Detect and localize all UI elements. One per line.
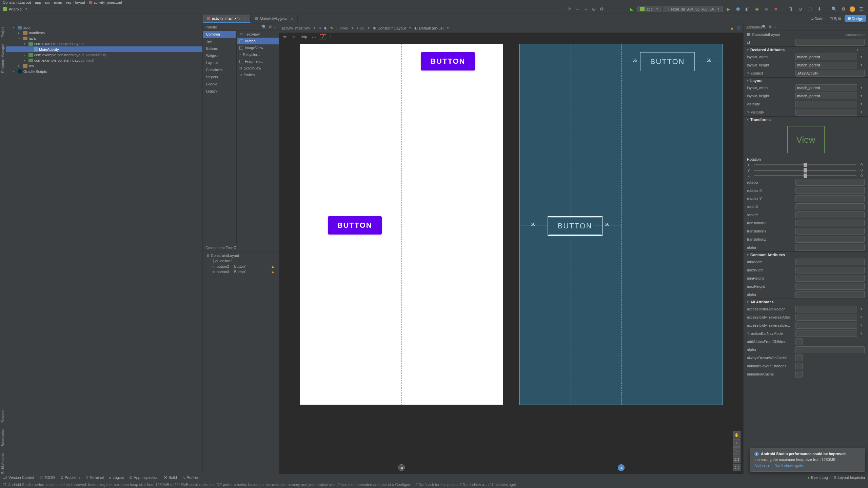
bookmarks-tool[interactable]: Bookmarks (1, 429, 5, 446)
attr-ally-live[interactable]: . (795, 306, 857, 312)
add-attr-icon[interactable]: + (856, 48, 859, 52)
palette-item-recycler[interactable]: ≡Recycler... (237, 51, 279, 58)
tree-main-activity[interactable]: MainActivity (6, 46, 202, 52)
gear-icon[interactable]: ⚙ (269, 25, 272, 29)
bb-profiler[interactable]: ∿Profiler (182, 475, 199, 480)
dt-device-dropdown[interactable]: Pixel▼ (336, 26, 354, 30)
attr-rotationy[interactable]: . (795, 195, 865, 202)
attr-actionbar-nav[interactable]: . (795, 330, 857, 337)
bb-layout-inspector[interactable]: ⊞Layout Inspector (833, 475, 865, 480)
attr-minwidth[interactable]: . (795, 259, 865, 265)
search-icon[interactable]: 🔍 (762, 25, 767, 29)
attr-translationx[interactable]: . (795, 220, 865, 226)
palette-cat-widgets[interactable]: Widgets (203, 52, 236, 59)
attr-minheight[interactable]: . (795, 275, 865, 282)
rotation-y-slider[interactable]: y0 (744, 167, 868, 173)
zoom-reset-btn[interactable]: ⛶ (733, 464, 741, 471)
dt-locale-dropdown[interactable]: ◐Default (en-us)▼ (414, 26, 450, 30)
run-button[interactable]: ▶ (725, 6, 732, 13)
bp-button-1[interactable]: BUTTON (640, 52, 694, 71)
attr-translationy[interactable]: . (795, 228, 865, 235)
zoom-in-btn[interactable]: + (733, 439, 741, 447)
build-variants-tool[interactable]: Build Variants (1, 453, 5, 474)
back-icon[interactable]: ← (574, 6, 581, 13)
blueprint-toggle-icon[interactable]: ◐ (324, 26, 328, 30)
pan-btn[interactable]: ✋ (733, 431, 741, 439)
attr-visibility[interactable]: . (795, 101, 857, 107)
attr-alpha-3[interactable]: . (795, 346, 865, 353)
bb-logcat[interactable]: ≡Logcat (109, 475, 124, 480)
close-icon[interactable]: × (291, 17, 293, 21)
preview-button-2[interactable]: BUTTON (328, 216, 382, 235)
attr-ally-trav-after[interactable]: . (795, 314, 857, 321)
stop-icon[interactable]: ■ (772, 6, 779, 13)
bp-button-2[interactable]: BUTTON (548, 216, 603, 236)
palette-cat-buttons[interactable]: Buttons (203, 45, 236, 52)
notification-dismiss-link[interactable]: Don't show again (774, 464, 803, 468)
run-config-dropdown[interactable]: app ▼ (637, 6, 662, 12)
palette-cat-helpers[interactable]: Helpers (203, 74, 236, 81)
attach-icon[interactable]: ⎋ (763, 6, 770, 13)
ct-guideline[interactable]: ┃guideline2 (203, 258, 279, 264)
settings-icon[interactable]: ⚙ (840, 6, 847, 13)
attr-layout-width-2[interactable]: match_parent (795, 84, 857, 91)
search-icon[interactable]: 🔍 (831, 6, 837, 13)
bb-terminal[interactable]: ⌷Terminal (86, 475, 104, 480)
sync-icon[interactable]: ⟳ (566, 6, 573, 13)
collapse-icon[interactable]: − (607, 6, 613, 13)
palette-item-imageview[interactable]: ImageView (237, 44, 279, 51)
coverage-icon[interactable]: ◧ (744, 6, 751, 13)
tree-res[interactable]: ▸res (6, 63, 202, 68)
minimize-icon[interactable]: − (774, 25, 776, 29)
target-icon[interactable]: ⊕ (590, 6, 597, 13)
preview-handle[interactable]: ◀ (398, 464, 405, 471)
view-mode-split[interactable]: ◫ Split (827, 15, 844, 22)
search-icon[interactable]: 🔍 (262, 25, 267, 29)
sec-transforms[interactable]: ▾Transforms (744, 116, 868, 123)
warning-icon[interactable]: ▲ (730, 26, 734, 30)
close-icon[interactable]: × (244, 16, 246, 20)
attr-alpha[interactable]: . (795, 244, 865, 251)
hammer-icon[interactable]: ◣ (628, 6, 635, 13)
tree-pkg1[interactable]: ▾com.example.constarintlayout (6, 41, 202, 46)
minimize-icon[interactable]: − (274, 25, 276, 29)
attr-scaley[interactable]: . (795, 211, 865, 218)
attr-ally-trav-before[interactable]: . (795, 322, 857, 329)
attr-context[interactable]: .MainActivity (795, 70, 865, 77)
visibility-toggle[interactable]: 👁 (282, 34, 288, 40)
tree-gradle[interactable]: ▸Gradle Scripts (6, 68, 202, 74)
attr-addstates[interactable]: ▬ (795, 338, 803, 345)
bb-build[interactable]: ⚒Build (164, 475, 177, 480)
zoom-fit-btn[interactable]: 1:1 (733, 455, 741, 463)
avatar-icon[interactable] (850, 6, 855, 12)
attr-scalex[interactable]: . (795, 203, 865, 210)
palette-cat-layouts[interactable]: Layouts (203, 59, 236, 66)
bb-todo[interactable]: ☑TODO (39, 475, 55, 480)
sec-layout[interactable]: ▾Layout (744, 77, 868, 84)
bp-guideline[interactable] (621, 44, 622, 405)
preview-button-1[interactable]: BUTTON (421, 52, 475, 70)
dt-file-dropdown[interactable]: activity_main.xml▼ (282, 26, 316, 30)
palette-item-switch[interactable]: ⊙Switch (237, 72, 279, 78)
gear-icon[interactable]: ⚙ (233, 245, 237, 250)
tree-manifests[interactable]: ▸manifests (6, 30, 202, 36)
tree-java[interactable]: ▾java (6, 36, 202, 41)
resource-manager-tool[interactable]: Resource Manager (1, 44, 5, 73)
attr-layout-width[interactable]: match_parent (795, 54, 857, 60)
tree-pkg3[interactable]: ▸com.example.constarintlayout(test) (6, 58, 202, 63)
view-mode-design[interactable]: ▦ Design (845, 15, 866, 22)
find-icon[interactable]: ⊙ (797, 6, 804, 13)
bb-problems[interactable]: ⊘Problems (60, 475, 80, 480)
palette-item-button[interactable]: Button (237, 38, 279, 44)
sdk-icon[interactable]: ⬇ (816, 6, 823, 13)
attr-rotationx[interactable]: . (795, 187, 865, 194)
dt-api-dropdown[interactable]: ▴33▼ (357, 26, 370, 30)
palette-cat-legacy[interactable]: Legacy (203, 88, 236, 95)
attr-tools-visibility[interactable]: . (795, 109, 857, 116)
view-mode-code[interactable]: ≡ Code (809, 15, 826, 22)
bb-app-inspection[interactable]: ⊙App Inspection (129, 475, 158, 480)
sec-declared[interactable]: ▾Declared Attributes+− (744, 46, 868, 53)
default-margin[interactable]: 0dp (299, 34, 308, 40)
rotation-x-slider[interactable]: x0 (744, 162, 868, 167)
palette-cat-containers[interactable]: Containers (203, 66, 236, 74)
